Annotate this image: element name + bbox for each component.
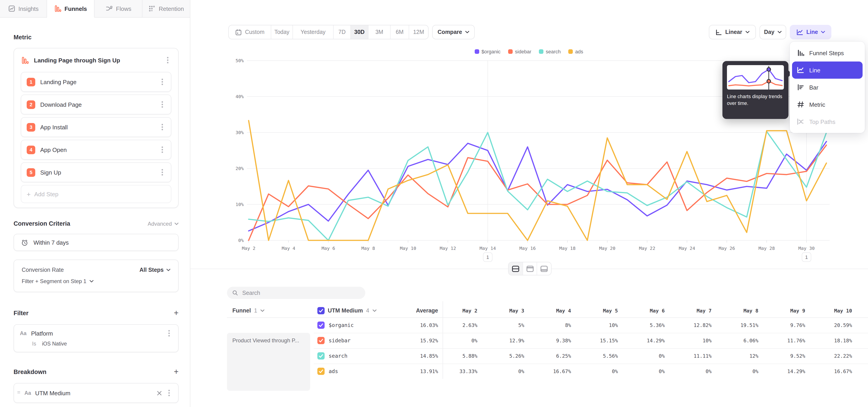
tab-insights[interactable]: Insights: [0, 0, 47, 18]
menu-item-metric[interactable]: Metric: [792, 96, 863, 113]
series-checkbox[interactable]: [317, 337, 324, 344]
granularity-dropdown[interactable]: Day: [760, 25, 786, 39]
day-value: 15.15%: [571, 338, 618, 343]
table-row-sidebar[interactable]: sidebar15.92%0%12.9%9.38%15.15%14.29%10%…: [227, 333, 868, 348]
tab-funnels[interactable]: Funnels: [47, 0, 94, 18]
day-value: 9.52%: [758, 353, 805, 359]
series-checkbox[interactable]: [317, 368, 324, 375]
layout-chart-only-button[interactable]: [523, 262, 537, 275]
add-filter-button[interactable]: +: [174, 308, 179, 318]
line-chart-icon: [796, 66, 805, 74]
range-3m[interactable]: 3M: [368, 25, 391, 39]
scale-dropdown[interactable]: Linear: [709, 25, 756, 39]
step-kebab-icon[interactable]: [159, 101, 165, 108]
scale-label: Linear: [725, 29, 742, 35]
remove-breakdown-icon[interactable]: [157, 390, 162, 396]
series-organic[interactable]: [249, 142, 827, 231]
tab-funnels-label: Funnels: [64, 5, 87, 12]
table-row-search[interactable]: search14.85%5.88%5.26%6.25%5.56%0%11.11%…: [227, 348, 868, 364]
legend-item-sidebar[interactable]: sidebar: [508, 49, 531, 54]
step-kebab-icon[interactable]: [159, 78, 165, 86]
range-7d[interactable]: 7D: [334, 25, 351, 39]
tab-retention[interactable]: Retention: [143, 0, 190, 18]
svg-text:May 12: May 12: [440, 246, 456, 251]
legend-item-search[interactable]: search: [539, 49, 561, 54]
step-kebab-icon[interactable]: [159, 146, 165, 153]
filter-card[interactable]: Aa Platform Is iOS Native: [13, 324, 179, 352]
conversion-window-card[interactable]: Within 7 days: [13, 234, 179, 251]
series-name-cell[interactable]: sidebar: [314, 337, 386, 344]
day-value: 11.76%: [758, 338, 805, 343]
series-name-cell[interactable]: search: [314, 352, 386, 359]
series-checkbox[interactable]: [317, 321, 324, 329]
step-label: Landing Page: [40, 79, 154, 85]
funnel-step-4[interactable]: 4App Open: [21, 140, 171, 160]
series-name-cell[interactable]: $organic: [314, 321, 386, 329]
funnel-step-2[interactable]: 2Download Page: [21, 95, 171, 115]
select-all-checkbox[interactable]: [317, 307, 324, 314]
day-value: 12.82%: [665, 322, 712, 328]
menu-item-funnel-steps[interactable]: Funnel Steps: [792, 44, 863, 62]
funnel-step-1[interactable]: 1Landing Page: [21, 72, 171, 92]
drag-handle-icon[interactable]: [17, 391, 20, 395]
advanced-dropdown[interactable]: Advanced: [148, 220, 179, 227]
insights-icon: [8, 5, 15, 12]
chart-type-menu: Funnel StepsLineBarMetricTop Paths: [790, 41, 865, 133]
range-today[interactable]: Today: [271, 25, 293, 39]
range-12m[interactable]: 12M: [409, 25, 428, 39]
funnel-name-cell[interactable]: Product Viewed through P...: [227, 333, 310, 391]
legend-label: ads: [575, 49, 583, 54]
text-type-icon: Aa: [24, 390, 31, 396]
series-name-cell[interactable]: ads: [314, 368, 386, 375]
range-yesterday[interactable]: Yesterday: [293, 25, 334, 39]
legend-item-ads[interactable]: ads: [568, 49, 583, 54]
menu-item-bar[interactable]: Bar: [792, 79, 863, 96]
funnel-kebab-icon[interactable]: [164, 57, 171, 64]
table-row-organic[interactable]: $organic16.03%2.63%5%8%10%5.36%12.82%19.…: [227, 317, 868, 333]
breakdown-column-header[interactable]: UTM Medium4: [314, 307, 386, 314]
search-input[interactable]: [241, 289, 360, 296]
day-value: 0%: [665, 368, 712, 374]
filter-value[interactable]: iOS Native: [42, 341, 67, 346]
tab-flows[interactable]: Flows: [94, 0, 143, 18]
add-breakdown-button[interactable]: +: [174, 367, 179, 377]
day-value: 6.06%: [712, 338, 758, 343]
breakdown-card[interactable]: Aa UTM Medium: [13, 383, 179, 403]
layout-table-only-button[interactable]: [537, 262, 551, 275]
range-30d[interactable]: 30D: [351, 25, 368, 39]
svg-text:20%: 20%: [236, 166, 244, 171]
breakdown-kebab-icon[interactable]: [166, 389, 172, 397]
average-value: 15.92%: [386, 338, 438, 343]
legend-swatch: [475, 49, 479, 54]
menu-item-line[interactable]: Line: [792, 62, 863, 79]
funnel-step-5[interactable]: 5Sign Up: [21, 162, 171, 182]
range-custom[interactable]: Custom: [229, 25, 271, 39]
compare-button[interactable]: Compare: [432, 25, 475, 39]
day-value: 12%: [712, 353, 758, 359]
filter-operator[interactable]: Is: [32, 341, 36, 346]
step-kebab-icon[interactable]: [159, 123, 165, 131]
segment-on-step-dropdown[interactable]: Filter + Segment on Step 1: [22, 276, 170, 286]
chevron-down-icon: [166, 269, 170, 271]
series-checkbox[interactable]: [317, 352, 324, 359]
conversion-criteria-title: Conversion Criteria: [13, 220, 70, 227]
add-step-button[interactable]: + Add Step: [21, 185, 171, 203]
range-6m[interactable]: 6M: [391, 25, 409, 39]
funnel-step-3[interactable]: 3App Install: [21, 117, 171, 137]
funnel-column-header[interactable]: Funnel1: [227, 308, 314, 314]
compare-label: Compare: [438, 29, 462, 35]
chart-type-dropdown[interactable]: Line: [790, 25, 831, 39]
step-kebab-icon[interactable]: [159, 169, 165, 176]
menu-item-label: Funnel Steps: [809, 50, 844, 56]
legend-label: sidebar: [515, 49, 531, 54]
table-row-ads[interactable]: ads13.91%33.33%0%16.67%0%0%0%0%14.29%16.…: [227, 364, 868, 379]
all-steps-dropdown[interactable]: All Steps: [140, 267, 170, 273]
table-search[interactable]: [227, 287, 365, 299]
layout-split-view-button[interactable]: [508, 262, 523, 275]
plus-icon: +: [27, 190, 31, 198]
filter-kebab-icon[interactable]: [166, 330, 172, 337]
series-search[interactable]: [249, 131, 827, 240]
filter-section-title: Filter: [13, 310, 29, 317]
breakdown-property: UTM Medium: [35, 389, 153, 396]
legend-item-organic[interactable]: $organic: [475, 49, 500, 54]
